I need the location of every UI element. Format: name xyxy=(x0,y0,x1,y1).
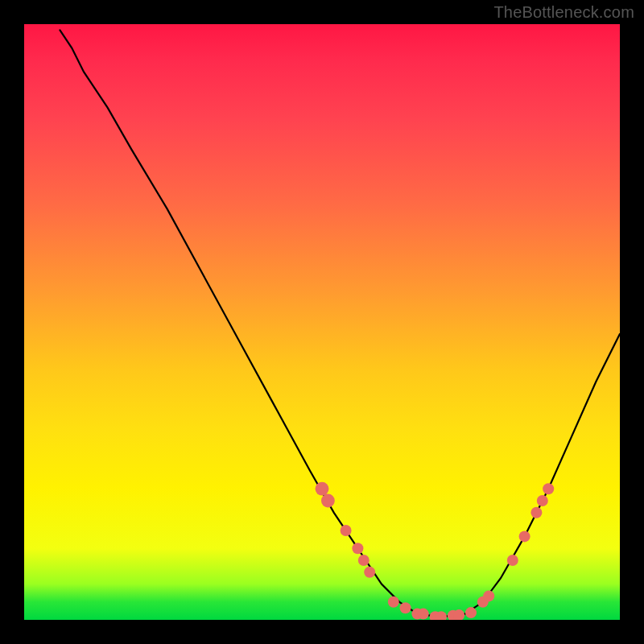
marker-dot xyxy=(388,597,399,608)
marker-dot xyxy=(316,482,329,496)
marker-dot xyxy=(358,555,369,566)
marker-dot xyxy=(418,609,429,620)
marker-dot xyxy=(352,543,363,554)
marker-dot xyxy=(507,555,518,566)
marker-dot xyxy=(530,507,542,518)
marker-dot xyxy=(341,525,352,536)
plot-area xyxy=(24,24,620,620)
marker-dot xyxy=(400,602,411,613)
marker-dot xyxy=(537,495,548,506)
marker-dot xyxy=(465,607,477,618)
marker-dot xyxy=(483,590,494,601)
marker-dot xyxy=(364,567,375,578)
bottleneck-curve xyxy=(60,30,620,617)
marker-dot xyxy=(543,483,554,494)
curve-svg xyxy=(24,24,620,620)
chart-container: TheBottleneck.com xyxy=(0,0,644,644)
marker-dot xyxy=(321,494,335,508)
marker-dot xyxy=(519,530,530,542)
watermark-text: TheBottleneck.com xyxy=(493,3,634,22)
marker-group xyxy=(316,482,555,620)
